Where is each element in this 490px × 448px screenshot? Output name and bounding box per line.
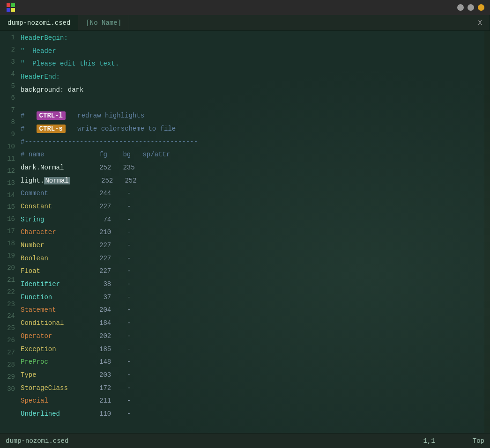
code-line-29: Special 211 - xyxy=(21,395,484,408)
ln-6: 6 xyxy=(0,92,15,104)
ln-23: 23 xyxy=(0,299,15,311)
ln-24: 24 xyxy=(0,310,15,323)
ln-7: 7 xyxy=(0,104,15,117)
code-line-7: # CTRL-l redraw highlights xyxy=(21,110,484,123)
ln-28: 28 xyxy=(0,359,15,371)
ln-9: 9 xyxy=(0,129,15,141)
ln-21: 21 xyxy=(0,274,15,286)
code-line-11: dark.Normal 252 235 xyxy=(21,162,484,175)
ln-2: 2 xyxy=(0,44,15,56)
code-line-26: PreProc 148 - xyxy=(21,356,484,369)
code-line-8: # CTRL-s write colorscheme to file xyxy=(21,123,484,136)
code-line-15: String 74 - xyxy=(21,213,484,227)
minimize-button[interactable] xyxy=(457,4,464,11)
ln-10: 10 xyxy=(0,141,15,153)
svg-rect-0 xyxy=(7,3,10,7)
tabbar: dump-nozomi.csed [No Name] X xyxy=(0,15,490,31)
ln-29: 29 xyxy=(0,371,15,383)
statusbar: dump-nozomi.csed 1,1 Top xyxy=(0,433,490,448)
maximize-button[interactable] xyxy=(468,4,474,11)
scrollbar[interactable] xyxy=(484,31,490,433)
ln-15: 15 xyxy=(0,201,15,213)
ln-8: 8 xyxy=(0,117,15,129)
code-line-2: " Header xyxy=(21,45,484,58)
code-line-10: # name fg bg sp/attr xyxy=(21,148,484,162)
statusbar-position: 1,1 xyxy=(423,437,435,445)
statusbar-scroll: Top xyxy=(473,437,484,445)
code-line-23: Conditional 184 - xyxy=(21,317,484,330)
ln-1: 1 xyxy=(0,32,15,44)
code-line-19: Float 227 - xyxy=(21,265,484,278)
statusbar-filename: dump-nozomi.csed xyxy=(6,437,68,445)
line-numbers: 1 2 3 4 5 6 7 8 9 10 11 12 13 14 15 16 1… xyxy=(0,31,19,433)
code-line-20: Identifier 38 - xyxy=(21,278,484,291)
code-line-22: Statement 204 - xyxy=(21,304,484,317)
ln-12: 12 xyxy=(0,165,15,177)
ln-3: 3 xyxy=(0,56,15,68)
code-line-9: #---------------------------------------… xyxy=(21,136,484,149)
code-line-1: HeaderBegin: xyxy=(21,32,484,45)
window-controls xyxy=(457,4,484,11)
ln-30: 30 xyxy=(0,383,15,396)
ln-5: 5 xyxy=(0,81,15,93)
code-line-6 xyxy=(21,96,484,110)
code-line-12: light.Normal 252 252 xyxy=(21,175,484,188)
code-line-25: Exception 185 - xyxy=(21,343,484,356)
ln-20: 20 xyxy=(0,262,15,274)
code-line-18: Boolean 227 - xyxy=(21,252,484,265)
tab-dump-nozomi[interactable]: dump-nozomi.csed xyxy=(0,15,78,30)
code-line-4: HeaderEnd: xyxy=(21,71,484,84)
ln-16: 16 xyxy=(0,213,15,226)
code-area[interactable]: HeaderBegin: " Header " Please edit this… xyxy=(19,31,484,433)
code-line-14: Constant 227 - xyxy=(21,200,484,213)
code-line-21: Function 37 - xyxy=(21,291,484,304)
ln-26: 26 xyxy=(0,335,15,347)
code-line-30: Underlined 110 - xyxy=(21,408,484,421)
ln-19: 19 xyxy=(0,250,15,262)
ln-13: 13 xyxy=(0,177,15,190)
ln-14: 14 xyxy=(0,190,15,202)
code-line-17: Number 227 - xyxy=(21,239,484,252)
ln-27: 27 xyxy=(0,347,15,359)
code-line-28: StorageClass 172 - xyxy=(21,382,484,395)
ln-22: 22 xyxy=(0,286,15,299)
editor: 1 2 3 4 5 6 7 8 9 10 11 12 13 14 15 16 1… xyxy=(0,31,490,433)
titlebar xyxy=(0,0,490,15)
ln-4: 4 xyxy=(0,68,15,81)
code-line-5: background: dark xyxy=(21,84,484,97)
ln-11: 11 xyxy=(0,153,15,165)
code-line-27: Type 203 - xyxy=(21,369,484,382)
ln-17: 17 xyxy=(0,226,15,238)
code-line-16: Character 210 - xyxy=(21,226,484,239)
svg-rect-2 xyxy=(7,8,10,12)
ln-25: 25 xyxy=(0,323,15,335)
code-line-13: Comment 244 - xyxy=(21,187,484,200)
code-line-3: " Please edit this text. xyxy=(21,58,484,71)
close-button[interactable] xyxy=(478,4,484,11)
close-tab[interactable]: X xyxy=(471,15,490,30)
app-icon xyxy=(6,2,16,13)
svg-rect-1 xyxy=(11,3,15,7)
tab-no-name[interactable]: [No Name] xyxy=(78,15,129,30)
svg-rect-3 xyxy=(11,8,15,12)
code-line-24: Operator 202 - xyxy=(21,330,484,343)
ln-18: 18 xyxy=(0,238,15,250)
